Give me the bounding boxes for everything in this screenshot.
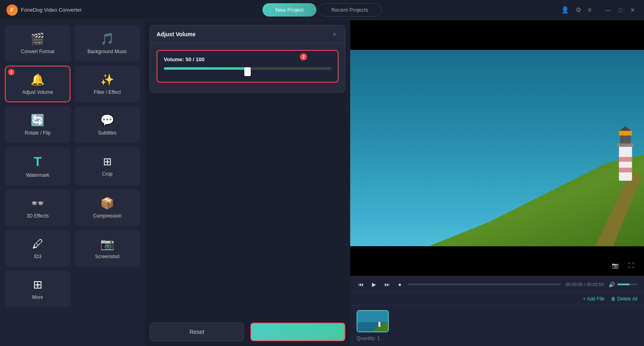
3d-effects-icon: 👓	[31, 197, 45, 210]
dialog-title: Adjust Volume	[157, 31, 196, 37]
thumbnail-area: Quantity: 1	[350, 305, 644, 346]
volume-bar[interactable]	[617, 284, 638, 285]
reset-button[interactable]: Reset	[150, 323, 244, 341]
background-music-icon: 🎵	[100, 32, 114, 46]
sidebar: 🎬 Convert Format 🎵 Background Music 1 🔔 …	[0, 20, 145, 346]
maximize-button[interactable]: □	[617, 6, 625, 14]
user-icon[interactable]: 👤	[561, 6, 569, 14]
settings-icon[interactable]: ⚙	[576, 6, 581, 14]
3d-effects-label: 3D Effects	[27, 213, 49, 219]
skip-forward-button[interactable]: ⏭	[383, 280, 392, 289]
sidebar-item-screenshot[interactable]: 📷 Screenshot	[74, 230, 140, 267]
menu-icon[interactable]: ≡	[588, 6, 591, 14]
svg-rect-5	[619, 145, 632, 181]
convert-format-label: Convert Format	[21, 49, 54, 54]
rotate-flip-label: Rotate / Flip	[25, 130, 51, 136]
slider-thumb[interactable]	[244, 67, 251, 76]
volume-slider-area[interactable]	[164, 67, 331, 76]
sidebar-item-watermark[interactable]: T Watermark	[5, 147, 70, 185]
camera-snapshot-icon[interactable]: 📷	[609, 259, 621, 272]
dot-button[interactable]: ●	[396, 280, 403, 289]
middle-panel: Adjust Volume × Volume: 50 / 100	[145, 20, 350, 346]
thumbnail-grid	[357, 310, 638, 332]
filter-effect-label: Filter / Effect	[94, 89, 121, 95]
more-label: More	[32, 294, 43, 300]
sidebar-item-adjust-volume[interactable]: 1 🔔 Adjust Volume	[5, 66, 70, 102]
titlebar-right-icons: 👤 ⚙ ≡ — □ ✕	[561, 6, 638, 14]
sidebar-item-compression[interactable]: 📦 Compression	[74, 189, 140, 226]
expand-icon[interactable]: ⛶	[625, 259, 638, 272]
dialog-header: Adjust Volume ×	[150, 25, 345, 44]
dialog-volume-badge: 2	[300, 53, 307, 60]
sidebar-item-rotate-flip[interactable]: 🔄 Rotate / Flip	[5, 106, 70, 143]
svg-rect-14	[357, 311, 388, 322]
volume-section: Volume: 50 / 100 2	[157, 50, 339, 83]
adjust-volume-icon: 🔔	[31, 73, 45, 86]
adjust-volume-label: Adjust Volume	[22, 89, 53, 95]
titlebar-nav: New Project Recent Projects	[262, 3, 382, 17]
slider-fill	[164, 67, 248, 70]
dialog-close-button[interactable]: ×	[330, 30, 339, 38]
progress-bar[interactable]	[408, 284, 561, 285]
play-button[interactable]: ▶	[370, 280, 378, 289]
watermark-label: Watermark	[26, 172, 49, 178]
titlebar: F FoneDog Video Converter New Project Re…	[0, 0, 644, 20]
video-controls: ⏮ ▶ ⏭ ● 00:00:00 / 00:02:59 🔊	[350, 276, 644, 292]
sidebar-item-id3[interactable]: 🖊 ID3	[5, 230, 70, 267]
subtitles-icon: 💬	[100, 114, 114, 127]
sidebar-item-convert-format[interactable]: 🎬 Convert Format	[5, 25, 70, 62]
svg-rect-16	[378, 321, 380, 327]
svg-rect-1	[350, 246, 644, 276]
compression-icon: 📦	[100, 197, 114, 210]
sidebar-item-filter-effect[interactable]: ✨ Filter / Effect	[74, 66, 140, 102]
new-project-tab[interactable]: New Project	[262, 3, 316, 17]
rotate-flip-icon: 🔄	[31, 114, 45, 127]
close-button[interactable]: ✕	[628, 6, 638, 14]
subtitles-label: Subtitles	[98, 130, 116, 136]
sidebar-item-crop[interactable]: ⊞ Crop	[74, 147, 140, 185]
screenshot-icon: 📷	[100, 237, 114, 251]
crop-icon: ⊞	[103, 155, 112, 168]
adjust-volume-dialog: Adjust Volume × Volume: 50 / 100	[150, 25, 345, 93]
file-management: + Add File 🗑 Delete All	[350, 292, 644, 305]
lighthouse-scene	[350, 20, 644, 276]
sidebar-item-more[interactable]: ⊞ More	[5, 271, 70, 307]
adjust-volume-badge: 1	[8, 69, 14, 75]
video-preview: 📷 ⛶	[350, 20, 644, 276]
minimize-button[interactable]: —	[603, 6, 613, 14]
volume-value: 50	[186, 56, 191, 62]
time-display: 00:00:00 / 00:02:59	[566, 282, 604, 287]
skip-back-button[interactable]: ⏮	[357, 280, 365, 289]
id3-icon: 🖊	[32, 237, 43, 251]
quantity-display: Quantity: 1	[357, 336, 638, 341]
watermark-icon: T	[34, 154, 42, 169]
background-music-label: Background Music	[87, 49, 127, 54]
save-button[interactable]	[250, 323, 345, 341]
app-logo-icon: F	[6, 4, 18, 16]
app-name: FoneDog Video Converter	[21, 7, 82, 13]
id3-label: ID3	[34, 254, 41, 259]
svg-rect-0	[350, 20, 644, 50]
recent-projects-tab[interactable]: Recent Projects	[318, 3, 382, 17]
convert-format-icon: 🎬	[31, 32, 45, 46]
dialog-body: Volume: 50 / 100 2	[150, 44, 345, 92]
svg-rect-7	[619, 168, 632, 172]
volume-icon: 🔊	[609, 282, 615, 288]
svg-rect-6	[619, 157, 632, 162]
main-content: 🎬 Convert Format 🎵 Background Music 1 🔔 …	[0, 20, 644, 346]
sidebar-item-3d-effects[interactable]: 👓 3D Effects	[5, 189, 70, 226]
sidebar-item-subtitles[interactable]: 💬 Subtitles	[74, 106, 140, 143]
filter-effect-icon: ✨	[100, 73, 114, 86]
volume-control[interactable]: 🔊	[609, 282, 638, 288]
more-icon: ⊞	[33, 278, 42, 291]
crop-label: Crop	[102, 171, 112, 177]
add-file-button[interactable]: + Add File	[583, 296, 605, 302]
delete-all-button[interactable]: 🗑 Delete All	[611, 296, 638, 302]
right-panel: 📷 ⛶ ⏮ ▶ ⏭ ● 00:00:00 / 00:02:59 🔊 + Add …	[350, 20, 644, 346]
svg-rect-17	[378, 321, 381, 322]
window-controls: — □ ✕	[603, 6, 638, 14]
thumbnail-item[interactable]	[357, 310, 389, 332]
dialog-footer: Reset	[150, 323, 345, 341]
sidebar-item-background-music[interactable]: 🎵 Background Music	[74, 25, 140, 62]
compression-label: Compression	[93, 213, 122, 219]
